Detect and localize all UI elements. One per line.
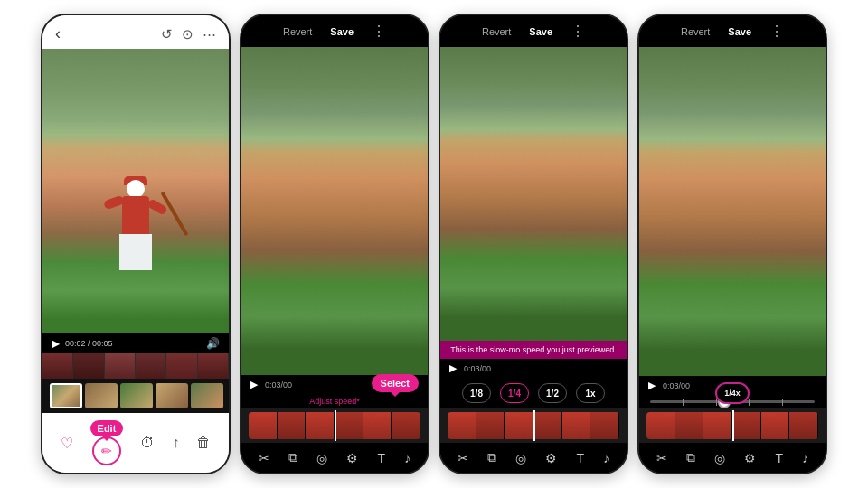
gear-tool[interactable]: ⚙ <box>346 451 358 465</box>
speed-badge-label: 1/4x <box>724 389 741 398</box>
save-button[interactable]: Save <box>330 26 354 37</box>
phone1-header: ‹ ↺ ⊙ ⋯ <box>42 15 229 49</box>
cut-tool-3[interactable]: ✂ <box>458 451 468 465</box>
save-button-4[interactable]: Save <box>728 26 751 37</box>
copy-tool[interactable]: ⧉ <box>288 450 297 465</box>
circle-tool[interactable]: ◎ <box>316 451 327 465</box>
video-background-4 <box>639 47 826 376</box>
more-icon[interactable]: ⋯ <box>203 26 216 42</box>
rotate-icon[interactable]: ↺ <box>161 26 173 42</box>
tl-f3-5 <box>562 412 591 439</box>
time-display: 00:02 / 00:05 <box>65 339 113 348</box>
tl-f3-6 <box>590 412 619 439</box>
phone-2: Revert Save ⋮ ▶ 0:03/00 Adjust speed* Se… <box>240 14 429 474</box>
volume-tool-4[interactable]: ♪ <box>802 451 808 465</box>
timeline-frames <box>42 353 229 379</box>
thumb-2[interactable] <box>85 383 118 408</box>
timeline-section-2 <box>241 408 428 443</box>
select-badge[interactable]: Select <box>372 374 419 392</box>
thumb-5[interactable] <box>191 383 223 408</box>
editor-header-3: Revert Save ⋮ <box>440 15 627 47</box>
live-icon[interactable]: ⊙ <box>182 26 193 42</box>
play-button[interactable]: ▶ <box>250 379 258 390</box>
time-display-2: 0:03/00 <box>265 380 292 389</box>
phone4-screen: Revert Save ⋮ ▶ 0:03/00 1/4x <box>639 15 826 473</box>
thumb-3[interactable] <box>120 383 153 408</box>
baseball-player <box>99 180 172 306</box>
speed-badge: 1/4x <box>715 382 750 404</box>
circle-tool-3[interactable]: ◎ <box>515 451 526 465</box>
text-tool-4[interactable]: T <box>776 451 784 465</box>
circle-tool-4[interactable]: ◎ <box>714 451 725 465</box>
adjust-speed-label: Adjust speed <box>309 397 356 406</box>
playback-bar: ▶ 00:02 / 00:05 🔊 <box>42 333 229 353</box>
frame-4 <box>136 353 166 379</box>
revert-button-3[interactable]: Revert <box>482 26 511 37</box>
play-button-4[interactable]: ▶ <box>648 380 656 391</box>
thumb-4[interactable] <box>156 383 188 408</box>
more-button[interactable]: ⋮ <box>372 23 386 40</box>
share-button[interactable]: ↑ <box>172 435 179 451</box>
tl-f3 <box>306 412 335 439</box>
volume-tool-3[interactable]: ♪ <box>603 451 609 465</box>
video-area-3 <box>440 47 627 341</box>
time-display-3: 0:03/00 <box>464 364 491 373</box>
slowmo-info: This is the slow-mo speed you just previ… <box>440 341 627 359</box>
speed-1-2[interactable]: 1/2 <box>538 383 567 403</box>
timeline-bar-4[interactable] <box>646 412 818 439</box>
tl-f3-4 <box>533 412 562 439</box>
back-button[interactable]: ‹ <box>55 24 61 43</box>
gear-tool-3[interactable]: ⚙ <box>545 451 557 465</box>
timeline-strip[interactable] <box>42 353 229 379</box>
more-button-4[interactable]: ⋮ <box>769 23 784 40</box>
thumb-1[interactable] <box>50 383 82 408</box>
timeline-section-4 <box>639 408 826 443</box>
speed-1x[interactable]: 1x <box>576 383 605 403</box>
player-torso <box>122 196 149 237</box>
text-tool[interactable]: T <box>378 451 386 465</box>
frame-5 <box>166 353 197 379</box>
bottom-toolbar-3: ✂ ⧉ ◎ ⚙ T ♪ <box>440 443 627 473</box>
tl-f4-3 <box>703 412 732 439</box>
copy-tool-4[interactable]: ⧉ <box>686 450 695 465</box>
bottom-actions: ♡ Edit ✏ ⏱ ↑ 🗑 <box>42 413 229 473</box>
video-background <box>241 47 428 375</box>
frame-2 <box>73 353 104 379</box>
text-tool-3[interactable]: T <box>577 451 585 465</box>
edit-badge: Edit <box>90 420 124 436</box>
tl-f2 <box>278 412 307 439</box>
tl-f4-5 <box>761 412 790 439</box>
revert-button[interactable]: Revert <box>283 26 312 37</box>
phone-3: Revert Save ⋮ This is the slow-mo speed … <box>439 14 628 474</box>
cut-tool-4[interactable]: ✂ <box>656 451 667 465</box>
gear-tool-4[interactable]: ⚙ <box>744 451 756 465</box>
phone3-screen: Revert Save ⋮ This is the slow-mo speed … <box>440 15 627 473</box>
save-button-3[interactable]: Save <box>529 26 552 37</box>
editor-header-4: Revert Save ⋮ <box>639 15 826 47</box>
speed-1-8[interactable]: 1/8 <box>462 383 491 403</box>
editor-header: Revert Save ⋮ <box>241 15 428 47</box>
video-area <box>241 47 428 375</box>
timeline-marker-3 <box>533 410 535 441</box>
trash-button[interactable]: 🗑 <box>196 435 211 451</box>
cut-tool[interactable]: ✂ <box>259 451 269 465</box>
frame-3 <box>105 353 136 379</box>
volume-tool[interactable]: ♪ <box>404 451 410 465</box>
phone1-screen: ‹ ↺ ⊙ ⋯ <box>42 15 229 473</box>
tl-f4-4 <box>732 412 761 439</box>
pause-button[interactable]: ▶ <box>52 337 60 350</box>
speed-slider-area: 1/4x <box>639 395 826 408</box>
phone-1: ‹ ↺ ⊙ ⋯ <box>41 14 231 474</box>
speed-1-4[interactable]: 1/4 <box>500 383 529 403</box>
tick-1 <box>683 399 684 406</box>
copy-tool-3[interactable]: ⧉ <box>487 450 496 465</box>
heart-button[interactable]: ♡ <box>61 435 73 452</box>
revert-button-4[interactable]: Revert <box>681 26 710 37</box>
volume-button[interactable]: 🔊 <box>206 337 220 350</box>
timeline-bar-2[interactable] <box>249 412 420 439</box>
timeline-marker-4 <box>732 410 734 441</box>
timeline-bar-3[interactable] <box>448 412 619 439</box>
more-button-3[interactable]: ⋮ <box>571 23 585 40</box>
play-button-3[interactable]: ▶ <box>449 362 457 374</box>
timer-button[interactable]: ⏱ <box>140 435 155 451</box>
